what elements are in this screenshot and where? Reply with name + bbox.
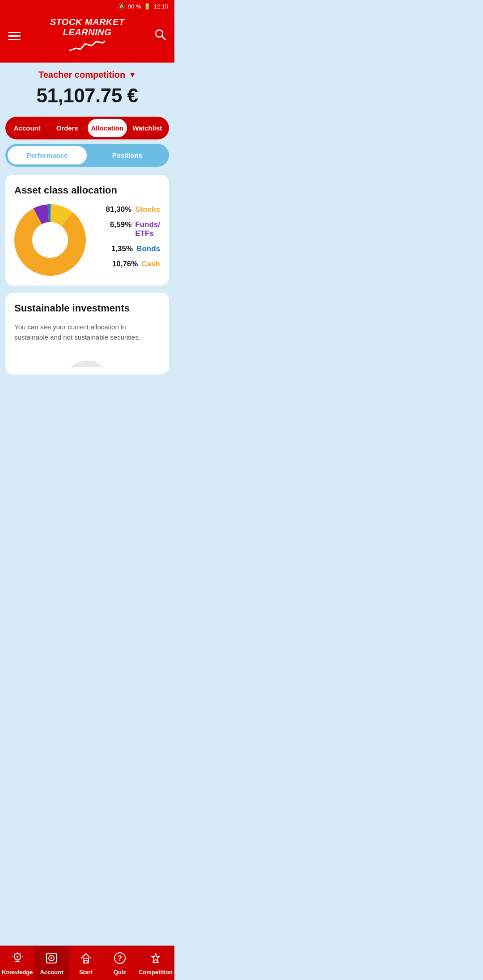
svg-point-6 (33, 223, 67, 257)
competition-label: Teacher competition (38, 70, 125, 80)
app-logo: STOCK MARKET LEARNING (50, 17, 125, 55)
allocation-legend: 81,30% Stocks 6,59% Funds/ETFs 1,35% Bon… (95, 205, 160, 275)
donut-chart (14, 204, 86, 276)
status-bar: 🔕 90 % 🔋 12:15 (0, 0, 174, 13)
time-label: 12:15 (153, 3, 168, 10)
secondary-tabs: Performance Positions (5, 144, 169, 167)
asset-allocation-title: Asset class allocation (14, 185, 160, 196)
tab-account[interactable]: Account (8, 119, 47, 137)
logo-chart (50, 39, 125, 55)
menu-button[interactable] (8, 32, 21, 40)
stocks-pct: 81,30% (105, 205, 131, 214)
sustainable-title: Sustainable investments (14, 303, 160, 314)
search-button[interactable] (154, 28, 166, 43)
svg-point-7 (63, 361, 112, 367)
tab-positions[interactable]: Positions (88, 146, 167, 164)
tab-allocation[interactable]: Allocation (88, 119, 127, 137)
legend-cash: 10,76% Cash (95, 260, 160, 269)
tab-orders[interactable]: Orders (48, 119, 87, 137)
tab-watchlist[interactable]: Watchlist (128, 119, 167, 137)
sustainable-desc: You can see your current allocation in s… (14, 322, 160, 342)
app-header: STOCK MARKET LEARNING (0, 13, 174, 63)
allocation-content: 81,30% Stocks 6,59% Funds/ETFs 1,35% Bon… (14, 204, 160, 276)
competition-selector[interactable]: Teacher competition ▼ (5, 70, 169, 80)
battery-icon: 🔋 (144, 3, 151, 10)
legend-stocks: 81,30% Stocks (95, 205, 160, 214)
app-title: STOCK MARKET LEARNING (50, 17, 125, 38)
sustainable-card: Sustainable investments You can see your… (5, 293, 169, 374)
balance-display: 51,107.75 € (5, 84, 169, 107)
competition-dropdown[interactable]: Teacher competition ▼ (38, 70, 136, 80)
dropdown-arrow: ▼ (129, 71, 136, 79)
funds-pct: 6,59% (105, 220, 131, 229)
primary-tabs: Account Orders Allocation Watchlist (5, 117, 169, 139)
stocks-label: Stocks (135, 205, 160, 214)
bell-icon: 🔕 (118, 3, 125, 10)
svg-line-1 (162, 36, 165, 40)
bonds-label: Bonds (136, 244, 160, 253)
tab-performance[interactable]: Performance (8, 146, 87, 164)
legend-funds: 6,59% Funds/ETFs (95, 220, 160, 239)
cash-pct: 10,76% (111, 260, 138, 269)
legend-bonds: 1,35% Bonds (95, 244, 160, 253)
cash-label: Cash (141, 260, 160, 269)
funds-label: Funds/ETFs (135, 220, 160, 239)
main-content: Teacher competition ▼ 51,107.75 € Accoun… (0, 63, 174, 417)
battery-label: 90 % (128, 3, 141, 10)
bonds-pct: 1,35% (106, 244, 133, 253)
asset-allocation-card: Asset class allocation (5, 175, 169, 286)
